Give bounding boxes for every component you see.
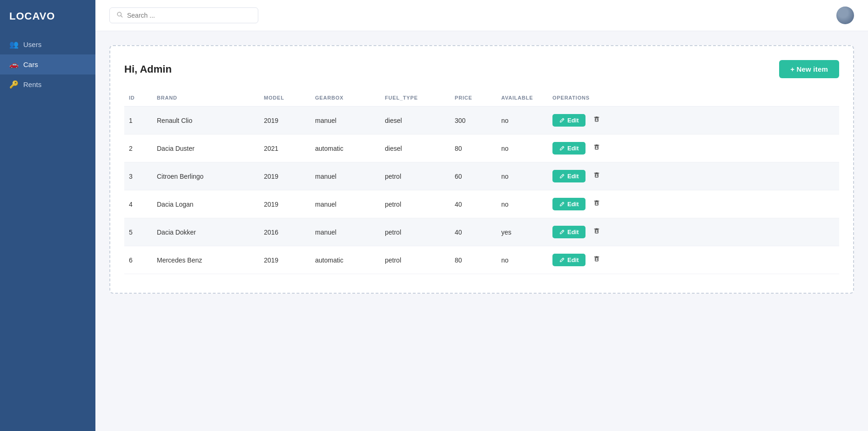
cell-fuel-type: petrol (380, 162, 450, 190)
cell-operations: Edit (548, 246, 839, 274)
app-logo: LOCAVO (0, 0, 95, 31)
cell-id: 3 (124, 162, 152, 190)
new-item-button[interactable]: + New item (779, 60, 839, 78)
sidebar-item-label-users: Users (23, 40, 41, 48)
sidebar-nav: 👥 Users 🚗 Cars 🔑 Rents (0, 34, 95, 94)
search-bar[interactable] (109, 7, 258, 23)
edit-button[interactable]: Edit (552, 198, 585, 210)
cell-gearbox: manuel (310, 218, 380, 246)
cell-operations: Edit (548, 135, 839, 162)
cell-model: 2019 (259, 107, 310, 135)
cell-price: 60 (450, 162, 497, 190)
cell-price: 40 (450, 218, 497, 246)
delete-button[interactable] (590, 197, 603, 211)
edit-button[interactable]: Edit (552, 114, 585, 127)
col-header-operations: OPERATIONS (548, 91, 839, 107)
delete-button[interactable] (590, 253, 603, 267)
cell-available: no (497, 107, 548, 135)
delete-button[interactable] (590, 141, 603, 155)
avatar (836, 7, 854, 24)
cars-table: ID BRAND MODEL GEARBOX FUEL_TYPE PRICE A… (124, 91, 839, 274)
cell-brand: Dacia Duster (152, 135, 259, 162)
sidebar-item-cars[interactable]: 🚗 Cars (0, 54, 95, 74)
cell-brand: Citroen Berlingo (152, 162, 259, 190)
cell-fuel-type: diesel (380, 135, 450, 162)
cell-model: 2019 (259, 246, 310, 274)
cell-brand: Dacia Logan (152, 190, 259, 218)
svg-rect-14 (595, 230, 598, 233)
cell-price: 80 (450, 135, 497, 162)
delete-button[interactable] (590, 169, 603, 183)
edit-button[interactable]: Edit (552, 142, 585, 155)
col-header-id: ID (124, 91, 152, 107)
svg-rect-2 (595, 118, 598, 121)
cell-operations: Edit (548, 218, 839, 246)
delete-button[interactable] (590, 114, 603, 127)
svg-rect-5 (595, 146, 598, 149)
cell-id: 2 (124, 135, 152, 162)
col-header-price: PRICE (450, 91, 497, 107)
edit-button[interactable]: Edit (552, 254, 585, 266)
sidebar-item-rents[interactable]: 🔑 Rents (0, 74, 95, 94)
col-header-gearbox: GEARBOX (310, 91, 380, 107)
svg-rect-8 (595, 174, 598, 177)
edit-button[interactable]: Edit (552, 226, 585, 238)
cell-price: 40 (450, 190, 497, 218)
page-title: Hi, Admin (124, 63, 172, 75)
cell-gearbox: manuel (310, 107, 380, 135)
search-icon (116, 11, 123, 20)
cell-brand: Dacia Dokker (152, 218, 259, 246)
cell-fuel-type: petrol (380, 246, 450, 274)
edit-button[interactable]: Edit (552, 170, 585, 182)
table-row: 1 Renault Clio 2019 manuel diesel 300 no… (124, 107, 839, 135)
cell-brand: Renault Clio (152, 107, 259, 135)
cell-gearbox: automatic (310, 135, 380, 162)
rents-icon: 🔑 (9, 80, 19, 89)
cell-fuel-type: diesel (380, 107, 450, 135)
cell-price: 300 (450, 107, 497, 135)
svg-rect-17 (595, 258, 598, 261)
table-row: 2 Dacia Duster 2021 automatic diesel 80 … (124, 135, 839, 162)
table-row: 3 Citroen Berlingo 2019 manuel petrol 60… (124, 162, 839, 190)
cell-available: yes (497, 218, 548, 246)
search-input[interactable] (127, 12, 251, 19)
sidebar-item-users[interactable]: 👥 Users (0, 34, 95, 54)
cell-fuel-type: petrol (380, 218, 450, 246)
cell-gearbox: manuel (310, 190, 380, 218)
cell-price: 80 (450, 246, 497, 274)
cell-brand: Mercedes Benz (152, 246, 259, 274)
cell-gearbox: manuel (310, 162, 380, 190)
cell-model: 2016 (259, 218, 310, 246)
cell-available: no (497, 190, 548, 218)
svg-line-1 (121, 15, 122, 17)
cell-available: no (497, 135, 548, 162)
cell-operations: Edit (548, 190, 839, 218)
header (95, 0, 868, 31)
col-header-available: AVAILABLE (497, 91, 548, 107)
col-header-fuel-type: FUEL_TYPE (380, 91, 450, 107)
svg-rect-11 (595, 202, 598, 205)
cell-fuel-type: petrol (380, 190, 450, 218)
main-content: Hi, Admin + New item ID BRAND MODEL GEAR… (95, 0, 868, 431)
table-row: 5 Dacia Dokker 2016 manuel petrol 40 yes… (124, 218, 839, 246)
col-header-model: MODEL (259, 91, 310, 107)
cell-model: 2021 (259, 135, 310, 162)
cell-id: 6 (124, 246, 152, 274)
cell-model: 2019 (259, 162, 310, 190)
card-header: Hi, Admin + New item (124, 60, 839, 78)
table-row: 6 Mercedes Benz 2019 automatic petrol 80… (124, 246, 839, 274)
table-header-row: ID BRAND MODEL GEARBOX FUEL_TYPE PRICE A… (124, 91, 839, 107)
delete-button[interactable] (590, 225, 603, 239)
table-row: 4 Dacia Logan 2019 manuel petrol 40 no E… (124, 190, 839, 218)
cell-available: no (497, 246, 548, 274)
col-header-brand: BRAND (152, 91, 259, 107)
cell-operations: Edit (548, 162, 839, 190)
cell-model: 2019 (259, 190, 310, 218)
sidebar-item-label-rents: Rents (23, 81, 41, 88)
sidebar: LOCAVO 👥 Users 🚗 Cars 🔑 Rents (0, 0, 95, 431)
cell-available: no (497, 162, 548, 190)
cell-id: 1 (124, 107, 152, 135)
content-area: Hi, Admin + New item ID BRAND MODEL GEAR… (95, 31, 868, 431)
cars-icon: 🚗 (9, 60, 19, 69)
content-card: Hi, Admin + New item ID BRAND MODEL GEAR… (109, 45, 854, 294)
